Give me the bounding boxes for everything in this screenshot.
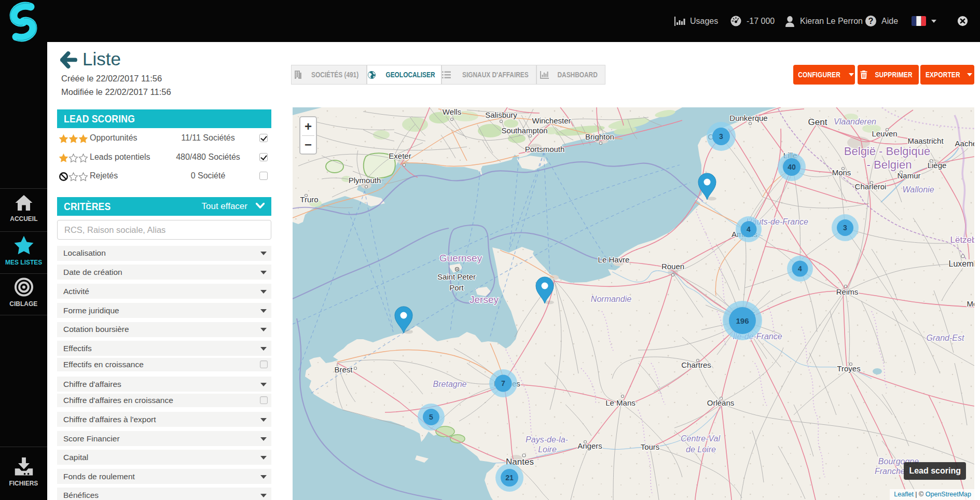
svg-text:Dunkerque: Dunkerque — [729, 114, 767, 122]
svg-text:Orléans: Orléans — [707, 398, 735, 407]
svg-text:Wallonie: Wallonie — [902, 185, 934, 194]
svg-text:Saint Peter: Saint Peter — [437, 272, 476, 281]
svg-text:Troyes: Troyes — [837, 364, 860, 373]
svg-text:Vlaanderen: Vlaanderen — [834, 117, 876, 126]
svg-text:?: ? — [868, 16, 874, 25]
svg-text:Port: Port — [449, 283, 464, 292]
svg-text:Centre-Val: Centre-Val — [681, 434, 720, 443]
svg-text:4: 4 — [747, 225, 751, 233]
svg-text:Brest: Brest — [334, 365, 353, 374]
svg-text:Angers: Angers — [577, 441, 602, 450]
svg-text:Rouen: Rouen — [661, 262, 684, 271]
svg-text:Lëtzeb: Lëtzeb — [950, 235, 974, 245]
svg-text:Le Mans: Le Mans — [605, 398, 636, 407]
svg-text:3: 3 — [843, 224, 847, 232]
svg-text:Southampton: Southampton — [501, 126, 547, 135]
svg-text:Wells: Wells — [443, 107, 461, 116]
svg-text:Grand-Est: Grand-Est — [927, 334, 964, 342]
svg-text:Franche-: Franche- — [875, 467, 908, 476]
svg-text:Maastricht: Maastricht — [907, 136, 944, 145]
svg-text:Guernsey: Guernsey — [439, 253, 482, 263]
svg-text:Charleroi: Charleroi — [855, 182, 887, 191]
svg-text:Liège: Liège — [928, 161, 947, 170]
svg-text:België - Belgique: België - Belgique — [844, 145, 930, 158]
svg-text:3: 3 — [719, 132, 723, 141]
svg-text:Leuven: Leuven — [872, 129, 897, 138]
svg-text:Salisbury: Salisbury — [485, 110, 517, 119]
svg-text:Normandie: Normandie — [591, 295, 631, 303]
svg-text:5: 5 — [429, 413, 433, 421]
svg-text:Brighton: Brighton — [585, 132, 614, 141]
svg-text:de Loire: de Loire — [686, 445, 716, 454]
svg-text:196: 196 — [736, 316, 749, 325]
svg-text:Exeter: Exeter — [389, 151, 411, 160]
svg-text:Loire: Loire — [538, 445, 557, 454]
svg-text:Aachen: Aachen — [955, 139, 974, 148]
svg-text:Bretagne: Bretagne — [433, 380, 467, 388]
svg-text:Namur: Namur — [897, 171, 920, 180]
svg-text:Portsmouth: Portsmouth — [525, 145, 565, 154]
svg-text:Mons: Mons — [832, 168, 851, 177]
svg-text:Me: Me — [967, 299, 974, 308]
svg-text:Jersey: Jersey — [470, 294, 499, 305]
svg-text:40: 40 — [788, 163, 796, 171]
svg-text:Le Havre: Le Havre — [598, 255, 630, 264]
svg-text:Chartres: Chartres — [681, 360, 711, 369]
svg-text:Pays-de-la-: Pays-de-la- — [526, 435, 568, 444]
svg-text:Gent: Gent — [808, 117, 827, 127]
svg-text:Winchester: Winchester — [532, 116, 571, 125]
svg-text:Tours: Tours — [641, 442, 660, 451]
svg-text:Plymouth: Plymouth — [349, 176, 381, 185]
svg-text:21: 21 — [505, 474, 514, 482]
svg-text:Reims: Reims — [836, 287, 859, 296]
svg-text:- Belgien: - Belgien — [867, 158, 912, 171]
svg-text:4: 4 — [798, 265, 802, 273]
svg-text:7: 7 — [501, 379, 505, 387]
svg-text:Luxemb: Luxemb — [949, 259, 974, 268]
svg-text:Truro: Truro — [300, 195, 318, 204]
